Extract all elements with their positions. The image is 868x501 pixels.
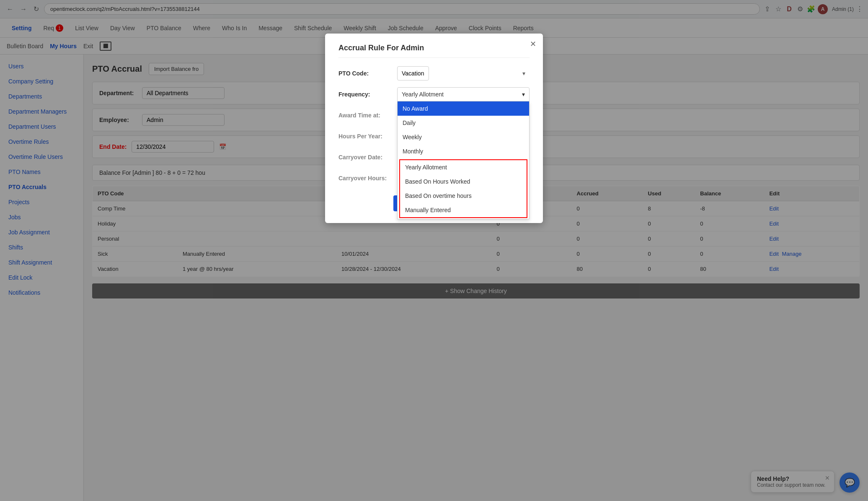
modal-overlay[interactable]: ✕ Accrual Rule For Admin PTO Code: Vacat… [0,0,868,501]
frequency-dropdown-trigger[interactable]: Yearly Allotment ▾ [397,87,530,101]
frequency-dropdown-container: Yearly Allotment ▾ No Award Daily Weekly… [397,87,530,101]
carryover-date-label: Carryover Date: [338,154,397,161]
frequency-label: Frequency: [338,91,397,98]
dropdown-option-monthly[interactable]: Monthly [398,144,529,158]
dropdown-option-no-award[interactable]: No Award [398,101,529,116]
pto-code-select[interactable]: Vacation [397,66,429,80]
frequency-arrow-icon: ▾ [522,91,525,98]
frequency-row: Frequency: Yearly Allotment ▾ No Award D… [338,87,530,101]
modal-title: Accrual Rule For Admin [338,44,530,58]
pto-code-select-wrapper: Vacation ▾ [397,66,530,80]
modal-close-button[interactable]: ✕ [530,39,536,49]
pto-code-row: PTO Code: Vacation ▾ [338,66,530,80]
dropdown-option-weekly[interactable]: Weekly [398,130,529,144]
dropdown-option-based-on-overtime-hours[interactable]: Based On overtime hours [400,189,527,203]
hours-per-year-label: Hours Per Year: [338,133,397,140]
pto-code-label: PTO Code: [338,70,397,77]
pto-code-arrow-icon: ▾ [522,70,525,77]
award-time-label: Award Time at: [338,112,397,119]
dropdown-option-yearly-allotment[interactable]: Yearly Allotment [400,160,527,174]
dropdown-option-based-on-hours-worked[interactable]: Based On Hours Worked [400,174,527,189]
dropdown-option-daily[interactable]: Daily [398,116,529,130]
frequency-group-box: Yearly Allotment Based On Hours Worked B… [399,159,527,218]
carryover-hours-label: Carryover Hours: [338,175,397,182]
accrual-rule-modal: ✕ Accrual Rule For Admin PTO Code: Vacat… [325,34,543,223]
dropdown-option-manually-entered[interactable]: Manually Entered [400,203,527,217]
frequency-dropdown-list: No Award Daily Weekly Monthly Yearly All… [397,101,530,219]
frequency-selected-value: Yearly Allotment [402,91,444,98]
